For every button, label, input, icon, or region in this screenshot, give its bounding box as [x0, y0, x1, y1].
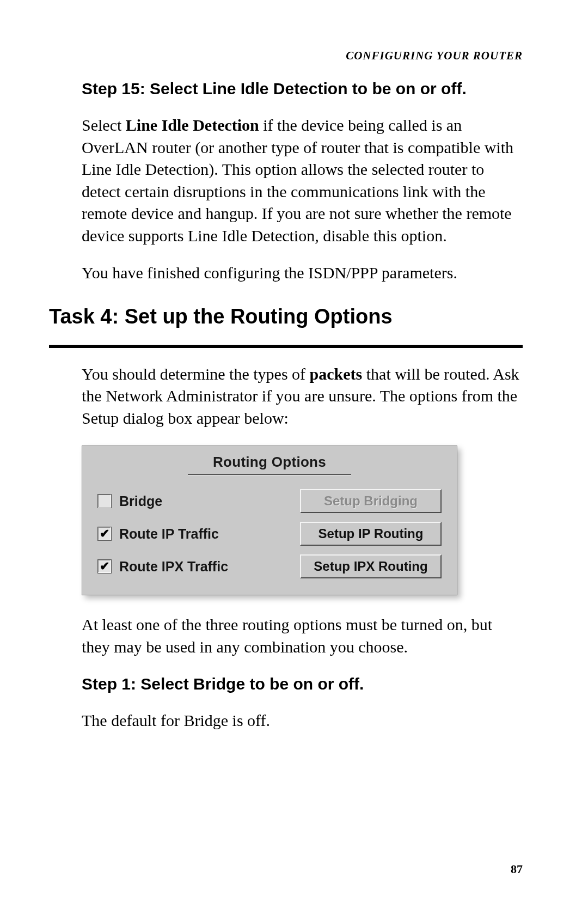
dialog-row-bridge: ✔ Bridge Setup Bridging: [94, 485, 445, 517]
dialog-title: Routing Options: [94, 454, 445, 471]
setup-bridging-button[interactable]: Setup Bridging: [300, 489, 442, 513]
task4-intro: You should determine the types of packet…: [82, 363, 523, 430]
checkbox-group: ✔ Route IPX Traffic: [97, 559, 228, 575]
route-ipx-label: Route IPX Traffic: [119, 559, 228, 575]
text-fragment: Select: [82, 116, 126, 134]
line-idle-detection-term: Line Idle Detection: [126, 116, 259, 134]
packets-term: packets: [310, 365, 363, 383]
text-fragment: if the device being called is an OverLAN…: [82, 116, 513, 245]
page-number: 87: [511, 862, 523, 876]
dialog-row-route-ipx: ✔ Route IPX Traffic Setup IPX Routing: [94, 550, 445, 583]
content-block: You should determine the types of packet…: [82, 363, 523, 732]
route-ip-label: Route IP Traffic: [119, 526, 219, 542]
content-block: Step 15: Select Line Idle Detection to b…: [82, 78, 523, 284]
setup-ip-routing-button[interactable]: Setup IP Routing: [300, 522, 442, 546]
checkbox-group: ✔ Bridge: [97, 493, 162, 509]
step1-heading: Step 1: Select Bridge to be on or off.: [82, 673, 523, 694]
task4-rule: [49, 345, 523, 348]
step15-heading: Step 15: Select Line Idle Detection to b…: [82, 78, 523, 99]
running-head: CONFIGURING YOUR ROUTER: [65, 49, 523, 63]
setup-ipx-routing-button[interactable]: Setup IPX Routing: [300, 554, 442, 578]
page: CONFIGURING YOUR ROUTER Step 15: Select …: [0, 0, 588, 909]
bridge-checkbox[interactable]: ✔: [97, 494, 112, 508]
bridge-label: Bridge: [119, 493, 162, 509]
route-ip-checkbox[interactable]: ✔: [97, 527, 112, 541]
dialog-row-route-ip: ✔ Route IP Traffic Setup IP Routing: [94, 517, 445, 550]
task4-heading: Task 4: Set up the Routing Options: [49, 305, 523, 328]
step15-paragraph-1: Select Line Idle Detection if the device…: [82, 114, 523, 247]
checkbox-group: ✔ Route IP Traffic: [97, 526, 219, 542]
text-fragment: You should determine the types of: [82, 365, 310, 383]
route-ipx-checkbox[interactable]: ✔: [97, 559, 112, 574]
task4-heading-wrap: Task 4: Set up the Routing Options: [49, 305, 523, 328]
task4-after-figure: At least one of the three routing option…: [82, 614, 523, 658]
dialog-title-rule: [188, 474, 351, 475]
routing-options-figure: Routing Options ✔ Bridge Setup Bridging …: [82, 446, 523, 595]
step15-paragraph-2: You have finished configuring the ISDN/P…: [82, 262, 523, 284]
step1-paragraph-1: The default for Bridge is off.: [82, 710, 523, 732]
routing-options-dialog: Routing Options ✔ Bridge Setup Bridging …: [82, 446, 457, 595]
